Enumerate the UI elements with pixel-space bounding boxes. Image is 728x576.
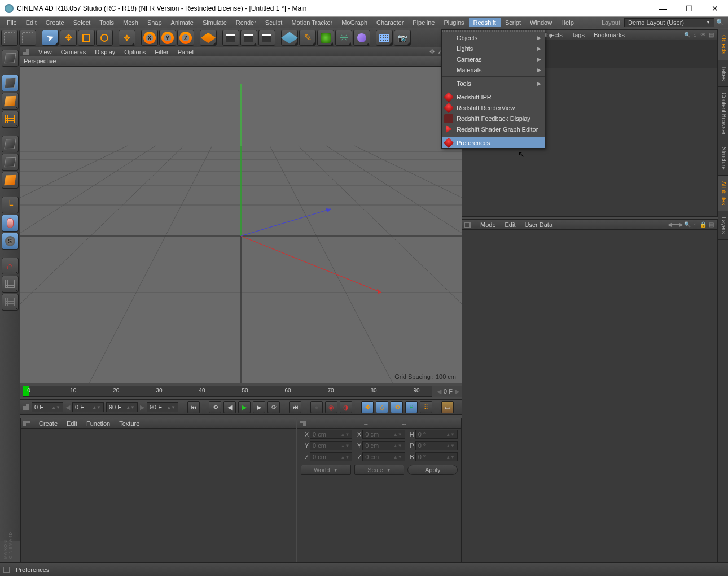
key-param[interactable]: P [405, 401, 418, 413]
list-icon[interactable]: ▤ [707, 32, 715, 38]
vp-menu-display[interactable]: Display [90, 49, 120, 55]
coord-scale-dd[interactable]: Scale ▼ [354, 465, 405, 475]
dd-redshift-ipr[interactable]: Redshift IPR [442, 91, 545, 102]
coord-P-rot[interactable]: 0 °▲▼ [415, 441, 458, 450]
goto-start[interactable]: ⏮ [187, 401, 200, 413]
menu-render[interactable]: Render [231, 18, 261, 27]
mat-menu-function[interactable]: Function [82, 420, 115, 427]
next-frame[interactable]: ▶ [253, 401, 265, 413]
sidetab-takes[interactable]: Takes [718, 60, 728, 87]
render-view[interactable] [222, 30, 239, 46]
menu-mograph[interactable]: MoGraph [337, 18, 372, 27]
coord-X-pos[interactable]: 0 cm▲▼ [310, 430, 352, 439]
menu-window[interactable]: Window [525, 18, 556, 27]
attr-new-icon[interactable]: ▤ [707, 221, 715, 228]
attr-menu-mode[interactable]: Mode [476, 221, 501, 228]
autokey[interactable]: ◉ [325, 401, 337, 413]
coord-system[interactable] [200, 30, 217, 46]
search-icon[interactable]: 🔍 [683, 32, 691, 38]
add-deformer[interactable]: ✳ [335, 30, 352, 46]
scale-tool[interactable] [78, 30, 95, 46]
menu-animate[interactable]: Animate [166, 18, 198, 27]
recent-tool[interactable]: ✥ [119, 30, 135, 46]
menu-select[interactable]: Select [69, 18, 95, 27]
attr-search-icon[interactable]: 🔍 [683, 221, 691, 228]
menu-plugins[interactable]: Plugins [439, 18, 468, 27]
make-editable[interactable] [2, 50, 19, 67]
coord-Z-pos[interactable]: 0 cm▲▼ [310, 452, 352, 461]
render-pv[interactable] [240, 30, 257, 46]
attr-menu-edit[interactable]: Edit [501, 221, 520, 228]
menu-character[interactable]: Character [372, 18, 408, 27]
dd-redshift-renderview[interactable]: Redshift RenderView [442, 102, 545, 113]
vp-nav-pan-icon[interactable]: ✥ [428, 48, 436, 55]
attr-lock-icon[interactable]: 🔒 [699, 221, 707, 228]
coord-Y-pos[interactable]: 0 cm▲▼ [310, 441, 352, 450]
live-select-tool[interactable]: ➤ [42, 30, 59, 46]
menu-snap[interactable]: Snap [143, 18, 166, 27]
record-key[interactable]: ● [310, 401, 323, 413]
timeline-window[interactable]: ▭ [441, 401, 454, 413]
key-pla[interactable]: ⠿ [420, 401, 432, 413]
menu-edit[interactable]: Edit [21, 18, 41, 27]
add-camera[interactable]: 📷 [394, 30, 411, 46]
home-icon[interactable]: ⌂ [691, 32, 699, 38]
add-floor[interactable] [376, 30, 393, 46]
soft-select[interactable]: S [2, 233, 19, 250]
sidetab-structure[interactable]: Structure [718, 141, 728, 176]
vp-menu-filter[interactable]: Filter [150, 49, 173, 55]
edges-mode[interactable] [2, 154, 19, 171]
dd-redshift-shader-graph-editor[interactable]: Redshift Shader Graph Editor [442, 124, 545, 134]
maximize-button[interactable]: ☐ [676, 0, 702, 16]
key-rot[interactable]: ⟲ [391, 401, 403, 413]
attr-back-icon[interactable]: ◀━ [668, 221, 676, 228]
coord-world-dd[interactable]: World ▼ [301, 465, 351, 475]
workplane-mode[interactable] [2, 111, 19, 128]
menu-create[interactable]: Create [41, 18, 69, 27]
tweak-mode[interactable] [2, 215, 19, 232]
dd-cameras[interactable]: Cameras▶ [442, 54, 545, 64]
menu-motion-tracker[interactable]: Motion Tracker [287, 18, 337, 27]
x-axis-lock[interactable]: X [141, 30, 158, 46]
frame-start[interactable]: 0 F▲▼ [72, 402, 104, 412]
coord-Z-size[interactable]: 0 cm▲▼ [362, 452, 405, 461]
add-generator[interactable] [317, 30, 334, 46]
locked-workplane[interactable] [2, 294, 19, 311]
goto-end[interactable]: ⏭ [289, 401, 301, 413]
prev-frame[interactable]: ◀ [223, 401, 236, 413]
z-axis-lock[interactable]: Z [177, 30, 194, 46]
sidetab-layers[interactable]: Layers [718, 211, 728, 240]
vp-menu-options[interactable]: Options [120, 49, 150, 55]
keyframe-sel[interactable]: ◑ [340, 401, 352, 413]
close-button[interactable]: ✕ [702, 0, 728, 16]
dd-objects[interactable]: Objects▶ [442, 32, 545, 43]
dd-materials[interactable]: Materials▶ [442, 64, 545, 75]
menu-script[interactable]: Script [501, 18, 525, 27]
dd-tools[interactable]: Tools▶ [442, 78, 545, 89]
points-mode[interactable] [2, 136, 19, 152]
render-settings[interactable] [258, 30, 275, 46]
frame-total[interactable]: 90 F▲▼ [147, 402, 178, 412]
undo-button[interactable] [1, 30, 18, 46]
goto-nextkey[interactable]: ⟳ [267, 401, 280, 413]
frame-current[interactable]: 0 F▲▼ [32, 402, 63, 412]
minimize-button[interactable]: — [650, 0, 676, 16]
menu-tools[interactable]: Tools [95, 18, 119, 27]
coord-apply[interactable]: Apply [407, 465, 458, 475]
coord-X-size[interactable]: 0 cm▲▼ [362, 430, 405, 439]
dd-redshift-feedback-display[interactable]: Redshift Feedback Display [442, 113, 545, 124]
viewport-3d[interactable]: Y X Z Grid Spacing : 100 cm [20, 67, 462, 383]
timeline-ruler[interactable]: 0102030405060708090 ◀ 0 F ▶ [20, 386, 462, 397]
model-mode[interactable] [2, 75, 19, 91]
move-tool[interactable]: ✥ [60, 30, 77, 46]
vp-menu-cameras[interactable]: Cameras [56, 49, 91, 55]
workplane-snap[interactable] [2, 276, 19, 293]
sidetab-attributes[interactable]: Attributes [718, 176, 728, 211]
layout-dropdown[interactable]: Demo Layout (User)▼ [624, 18, 714, 27]
redo-button[interactable] [19, 30, 36, 46]
menu-help[interactable]: Help [556, 18, 578, 27]
axis-tool[interactable]: └ [2, 197, 19, 213]
coord-B-rot[interactable]: 0 °▲▼ [415, 452, 458, 461]
menu-redshift[interactable]: Redshift [469, 18, 501, 27]
rotate-tool[interactable] [96, 30, 113, 46]
